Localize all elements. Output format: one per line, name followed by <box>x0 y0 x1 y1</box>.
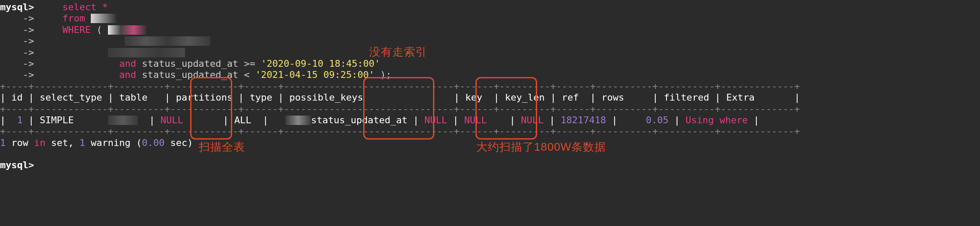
redacted <box>108 25 146 35</box>
cell-id: 1 <box>17 115 23 125</box>
cell-extra: Using where <box>685 115 748 125</box>
table-header-row: | id | select_type | table | partitions … <box>0 92 980 103</box>
footer-1b: 1 <box>79 137 85 148</box>
cell-rows: 18217418 <box>561 115 606 125</box>
cont-arrow: -> <box>0 58 34 69</box>
redacted-cell-table <box>108 116 138 125</box>
blank-line <box>0 149 980 160</box>
cont-arrow: -> <box>0 13 34 24</box>
cell-type: ALL <box>234 115 251 125</box>
sql-line-5: -> <box>0 47 980 58</box>
hdr-ref: ref <box>562 92 579 103</box>
table-rule-mid: +----+-------------+---------+----------… <box>0 104 980 115</box>
cell-ref: NULL <box>521 115 544 125</box>
redacted <box>108 48 185 57</box>
sql-line-4: -> <box>0 36 980 47</box>
cont-arrow: -> <box>0 69 34 80</box>
footer-row: row <box>6 137 34 148</box>
kw-from: from <box>63 13 85 24</box>
sql-line-6: -> and status_updated_at >= '2020-09-10 … <box>0 58 980 69</box>
result-footer: 1 row in set, 1 warning (0.00 sec) <box>0 137 980 149</box>
hdr-partitions: partitions <box>176 92 233 103</box>
footer-1a: 1 <box>0 137 6 148</box>
col: status_updated_at <box>142 69 238 80</box>
kw-select: select <box>63 2 96 12</box>
cell-key_len: NULL <box>464 115 487 125</box>
sql-line-2: -> from <box>0 13 980 24</box>
footer-set: set, <box>45 137 79 148</box>
mysql-prompt-2[interactable]: mysql> <box>0 160 980 171</box>
sql-line-3: -> WHERE ( <box>0 24 980 36</box>
redacted <box>91 14 117 23</box>
col: status_updated_at <box>142 58 238 69</box>
cell-select_type: SIMPLE <box>40 115 74 125</box>
hdr-rows: rows <box>601 92 624 103</box>
hdr-type: type <box>250 92 272 103</box>
cont-arrow: -> <box>0 36 34 46</box>
cell-key: NULL <box>424 115 447 125</box>
cont-arrow: -> <box>0 47 34 58</box>
table-rule-bottom: +----+-------------+---------+----------… <box>0 126 980 137</box>
op2: < <box>244 69 250 80</box>
cont-arrow: -> <box>0 24 34 35</box>
table-data-row: | 1 | SIMPLE | NULL | ALL | status_updat… <box>0 115 980 126</box>
redacted-pk-prefix <box>285 116 311 125</box>
sql-line-1: mysql> select * <box>0 2 980 13</box>
hdr-extra: Extra <box>726 92 755 103</box>
kw-and: and <box>119 58 136 69</box>
val1: '2020-09-10 18:45:00' <box>261 58 380 69</box>
footer-in: in <box>34 137 45 148</box>
hdr-id: id <box>12 92 23 103</box>
cell-partitions: NULL <box>161 115 183 125</box>
hdr-filtered: filtered <box>664 92 709 103</box>
hdr-key_len: key_len <box>505 92 545 103</box>
close-paren: ); <box>380 69 392 80</box>
cell-filtered: 0.05 <box>646 115 669 125</box>
cell-possible_keys: status_updated_at <box>311 115 407 125</box>
hdr-possible_keys: possible_keys <box>290 92 363 103</box>
footer-close: sec) <box>164 137 193 148</box>
table-rule-top: +----+-------------+---------+----------… <box>0 81 980 92</box>
footer-warn: warning ( <box>85 137 142 148</box>
kw-and: and <box>119 69 136 80</box>
redacted <box>125 36 210 46</box>
mysql-prompt: mysql> <box>0 2 34 12</box>
sql-line-7: -> and status_updated_at < '2021-04-15 0… <box>0 69 980 80</box>
terminal: mysql> select * -> from -> WHERE ( -> ->… <box>0 0 980 226</box>
kw-where: WHERE <box>63 24 91 35</box>
footer-sec: 0.00 <box>142 137 164 148</box>
star: * <box>102 2 108 12</box>
op1: >= <box>244 58 256 69</box>
hdr-key: key <box>465 92 482 103</box>
val2: '2021-04-15 09:25:00' <box>255 69 374 80</box>
hdr-table: table <box>119 92 147 103</box>
hdr-select_type: select_type <box>40 92 102 103</box>
